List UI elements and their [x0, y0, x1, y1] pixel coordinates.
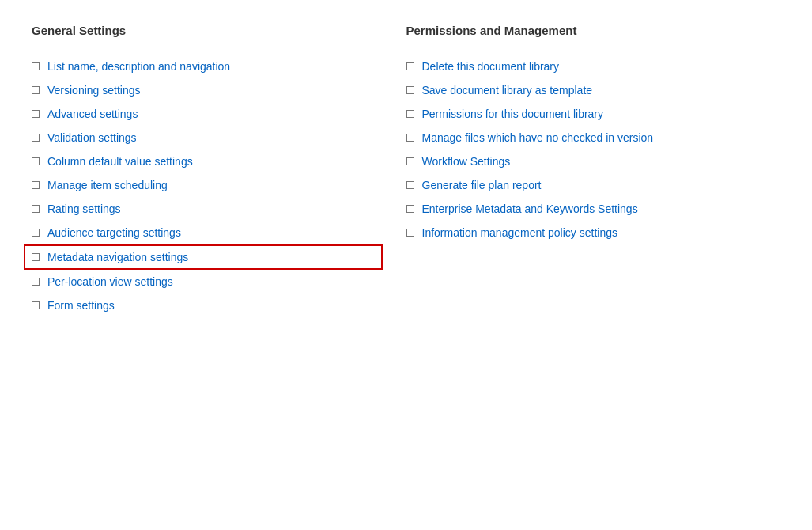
general-item-form: Form settings — [32, 293, 391, 317]
general-item-metadata-navigation: Metadata navigation settings — [24, 244, 383, 270]
general-item-advanced: Advanced settings — [32, 102, 391, 126]
general-item-versioning: Versioning settings — [32, 78, 391, 102]
general-item-validation: Validation settings — [32, 126, 391, 150]
general-settings-heading: General Settings — [32, 24, 391, 37]
bullet-icon — [32, 301, 40, 309]
bullet-icon — [32, 134, 40, 142]
bullet-icon — [406, 205, 414, 213]
link-save-template[interactable]: Save document library as template — [422, 84, 593, 97]
link-item-scheduling[interactable]: Manage item scheduling — [47, 179, 168, 191]
link-delete-library[interactable]: Delete this document library — [422, 60, 560, 73]
link-list-name[interactable]: List name, description and navigation — [47, 60, 230, 73]
bullet-icon — [32, 253, 40, 261]
bullet-icon — [406, 110, 414, 118]
link-file-plan[interactable]: Generate file plan report — [422, 179, 542, 191]
permissions-list: Delete this document librarySave documen… — [406, 55, 765, 244]
link-column-default[interactable]: Column default value settings — [47, 155, 193, 168]
perm-item-delete-library: Delete this document library — [406, 55, 765, 78]
general-item-per-location: Per-location view settings — [32, 270, 391, 293]
permissions-heading: Permissions and Management — [406, 24, 765, 37]
general-item-audience-targeting: Audience targeting settings — [32, 221, 391, 244]
bullet-icon — [32, 86, 40, 94]
bullet-icon — [406, 157, 414, 165]
bullet-icon — [406, 229, 414, 237]
link-validation[interactable]: Validation settings — [47, 131, 137, 144]
bullet-icon — [32, 205, 40, 213]
link-enterprise-metadata[interactable]: Enterprise Metadata and Keywords Setting… — [422, 203, 638, 215]
perm-item-info-policy: Information management policy settings — [406, 221, 765, 244]
permissions-col: Permissions and Management Delete this d… — [406, 24, 781, 317]
general-item-rating: Rating settings — [32, 197, 391, 221]
perm-item-manage-files: Manage files which have no checked in ve… — [406, 126, 765, 150]
general-settings-col: General Settings List name, description … — [32, 24, 406, 317]
bullet-icon — [32, 181, 40, 189]
link-info-policy[interactable]: Information management policy settings — [422, 226, 617, 239]
link-versioning[interactable]: Versioning settings — [47, 84, 141, 97]
settings-layout: General Settings List name, description … — [32, 24, 780, 317]
general-item-item-scheduling: Manage item scheduling — [32, 173, 391, 197]
bullet-icon — [406, 62, 414, 70]
perm-item-file-plan: Generate file plan report — [406, 173, 765, 197]
link-rating[interactable]: Rating settings — [47, 203, 121, 215]
general-settings-list: List name, description and navigationVer… — [32, 55, 391, 317]
bullet-icon — [406, 86, 414, 94]
general-item-column-default: Column default value settings — [32, 150, 391, 173]
bullet-icon — [406, 181, 414, 189]
bullet-icon — [406, 134, 414, 142]
link-advanced[interactable]: Advanced settings — [47, 108, 138, 120]
perm-item-enterprise-metadata: Enterprise Metadata and Keywords Setting… — [406, 197, 765, 221]
link-metadata-navigation[interactable]: Metadata navigation settings — [47, 251, 188, 263]
link-permissions[interactable]: Permissions for this document library — [422, 108, 604, 120]
perm-item-workflow: Workflow Settings — [406, 150, 765, 173]
link-manage-files[interactable]: Manage files which have no checked in ve… — [422, 131, 654, 144]
perm-item-permissions: Permissions for this document library — [406, 102, 765, 126]
general-item-list-name: List name, description and navigation — [32, 55, 391, 78]
bullet-icon — [32, 110, 40, 118]
link-form[interactable]: Form settings — [47, 299, 115, 312]
link-workflow[interactable]: Workflow Settings — [422, 155, 511, 168]
perm-item-save-template: Save document library as template — [406, 78, 765, 102]
bullet-icon — [32, 229, 40, 237]
link-per-location[interactable]: Per-location view settings — [47, 275, 173, 288]
bullet-icon — [32, 157, 40, 165]
bullet-icon — [32, 62, 40, 70]
bullet-icon — [32, 278, 40, 286]
link-audience-targeting[interactable]: Audience targeting settings — [47, 226, 181, 239]
